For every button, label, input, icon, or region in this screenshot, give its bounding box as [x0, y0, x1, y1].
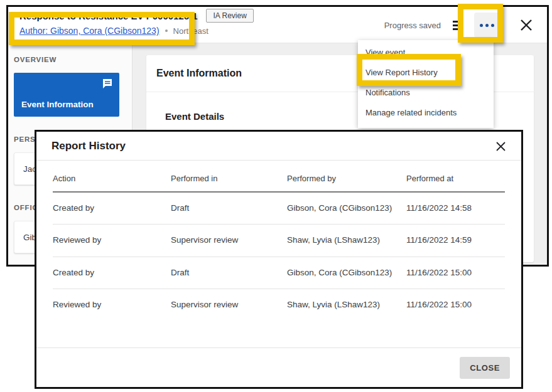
- sidebar-item-event-information[interactable]: Event Information: [14, 73, 119, 117]
- column-header-performed-at: Performed at: [406, 161, 505, 192]
- table-row: Created by Draft Gibson, Cora (CGibson12…: [53, 257, 505, 289]
- cell-performed-at: 11/16/2022 15:00: [406, 257, 505, 289]
- cell-performed-by: Gibson, Cora (CGibson123): [287, 257, 406, 289]
- header-actions: Progress saved: [384, 7, 534, 43]
- cell-performed-in: Supervisor review: [171, 289, 287, 320]
- page-title: Response to Resistance EV-P0000126-1: [19, 11, 197, 21]
- report-history-modal: Report History Action Performed in Perfo…: [35, 130, 523, 389]
- cell-performed-in: Supervisor review: [171, 225, 287, 257]
- progress-saved-status: Progress saved: [384, 21, 441, 30]
- cell-performed-at: 11/16/2022 15:00: [406, 289, 505, 320]
- dropdown-menu-item[interactable]: View event: [358, 43, 494, 63]
- sidebar-overview-label: OVERVIEW: [14, 56, 132, 63]
- column-header-performed-by: Performed by: [287, 161, 406, 192]
- close-icon: [495, 141, 506, 152]
- cell-performed-by: Shaw, Lyvia (LShaw123): [287, 225, 406, 257]
- report-history-table-area: Action Performed in Performed by Perform…: [36, 161, 521, 347]
- dot-icon: [485, 24, 489, 27]
- overflow-dropdown-menu: View event View Report History Notificat…: [358, 40, 494, 128]
- sidebar-item-label: Event Information: [21, 100, 94, 109]
- table-row: Created by Draft Gibson, Cora (CGibson12…: [53, 192, 505, 225]
- dropdown-menu-item[interactable]: Manage related incidents: [358, 103, 494, 123]
- cell-action: Created by: [53, 192, 171, 225]
- report-history-table: Action Performed in Performed by Perform…: [53, 161, 505, 320]
- author-row: Author: Gibson, Cora (CGibson123) Northe…: [19, 26, 208, 36]
- close-window-button[interactable]: [519, 18, 534, 33]
- dropdown-menu-item[interactable]: View Report History: [358, 63, 494, 83]
- author-link[interactable]: Author: Gibson, Cora (CGibson123): [19, 26, 160, 36]
- report-history-title: Report History: [51, 140, 126, 152]
- modal-close-button[interactable]: [495, 141, 506, 152]
- column-header-performed-in: Performed in: [171, 161, 287, 192]
- report-history-modal-footer: CLOSE: [36, 347, 521, 387]
- title-row: Response to Resistance EV-P0000126-1 IA …: [19, 9, 254, 23]
- table-header-row: Action Performed in Performed by Perform…: [53, 161, 505, 192]
- close-modal-button[interactable]: CLOSE: [460, 357, 510, 379]
- overflow-menu-button[interactable]: [474, 13, 499, 38]
- region-label: Northeast: [173, 26, 208, 36]
- ia-review-badge: IA Review: [206, 9, 253, 23]
- dot-icon: [480, 24, 483, 27]
- report-history-modal-header: Report History: [36, 132, 521, 161]
- hamburger-menu-icon[interactable]: [453, 21, 463, 30]
- table-row: Reviewed by Supervisor review Shaw, Lyvi…: [53, 289, 505, 320]
- comment-icon: [102, 79, 112, 91]
- close-icon: [519, 18, 534, 33]
- event-window-header: Response to Resistance EV-P0000126-1 IA …: [8, 7, 547, 43]
- cell-performed-at: 11/16/2022 14:58: [406, 192, 505, 225]
- cell-performed-by: Shaw, Lyvia (LShaw123): [287, 289, 406, 320]
- dropdown-menu-item[interactable]: Notifications: [358, 83, 494, 103]
- table-row: Reviewed by Supervisor review Shaw, Lyvi…: [53, 225, 505, 257]
- cell-action: Reviewed by: [53, 289, 171, 320]
- region-separator-dot: [165, 29, 168, 32]
- cell-performed-in: Draft: [171, 257, 287, 289]
- dot-icon: [491, 24, 494, 27]
- cell-action: Created by: [53, 257, 171, 289]
- cell-action: Reviewed by: [53, 225, 171, 257]
- column-header-action: Action: [53, 161, 171, 192]
- cell-performed-at: 11/16/2022 14:59: [406, 225, 505, 257]
- cell-performed-in: Draft: [171, 192, 287, 225]
- cell-performed-by: Gibson, Cora (CGibson123): [287, 192, 406, 225]
